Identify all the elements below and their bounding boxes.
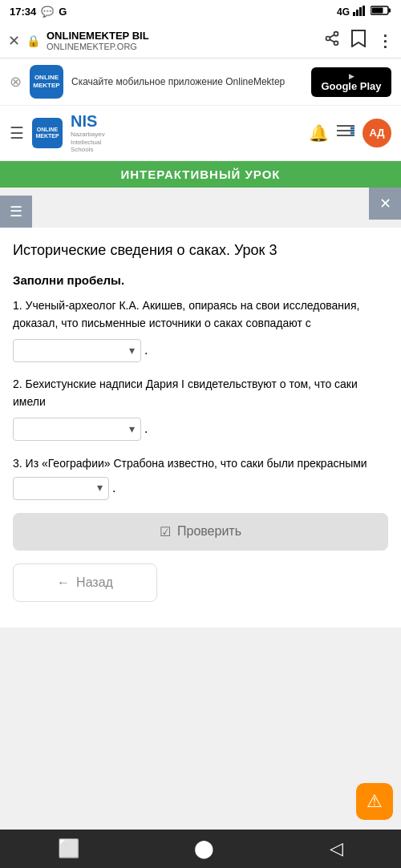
check-button[interactable]: ☑ Проверить	[13, 513, 388, 551]
app-banner-text: Скачайте мобильное приложение OnlineMekt…	[71, 75, 303, 89]
question-2-row: .	[13, 418, 388, 441]
question-2-text: 2. Бехистунские надписи Дария I свидетел…	[13, 375, 388, 411]
site-title: ONLINEMEKTEP BIL	[47, 30, 318, 42]
nav-home-circle-icon[interactable]: ⬤	[194, 838, 214, 859]
svg-rect-1	[356, 10, 358, 16]
question-2-dropdown-wrapper[interactable]	[13, 418, 141, 441]
svg-point-7	[334, 32, 338, 36]
svg-line-11	[330, 34, 334, 37]
status-bar: 17:34 💬 G 4G	[0, 0, 401, 23]
google-play-button[interactable]: ▶ Google Play	[311, 67, 391, 97]
google-play-name: Google Play	[321, 80, 381, 92]
google-play-label: ▶	[349, 72, 354, 80]
hamburger-menu-icon[interactable]: ☰	[10, 123, 24, 143]
nis-subtitle: Nazarbayev Intellectual Schools	[71, 131, 105, 154]
svg-rect-6	[372, 8, 383, 14]
nav-square-icon[interactable]: ⬜	[58, 838, 79, 859]
nav-back-triangle-icon[interactable]: ◁	[330, 838, 343, 859]
svg-rect-0	[353, 12, 355, 16]
notification-bell-icon[interactable]: 🔔	[309, 123, 329, 143]
section-title: Заполни пробелы.	[13, 273, 388, 287]
question-3-text: 3. Из «Географии» Страбона известно, что…	[13, 454, 367, 474]
lesson-banner-text: ИНТЕРАКТИВНЫЙ УРОК	[120, 168, 280, 181]
url-area[interactable]: ONLINEMEKTEP BIL ONLINEMEKTEP.ORG	[47, 30, 318, 51]
site-url: ONLINEMEKTEP.ORG	[47, 42, 318, 51]
nav-logo: ONLINE MEKTEP	[32, 118, 63, 148]
back-button[interactable]: ← Назад	[13, 563, 157, 602]
user-avatar[interactable]: АД	[363, 119, 391, 147]
bookmark-icon[interactable]	[351, 30, 366, 51]
status-carrier: G	[59, 6, 67, 18]
list-icon[interactable]	[337, 123, 354, 142]
svg-rect-5	[389, 9, 391, 13]
content-close-button[interactable]: ✕	[369, 188, 401, 220]
share-icon[interactable]	[324, 30, 340, 50]
svg-rect-2	[359, 7, 362, 16]
question-3-period: .	[112, 477, 115, 500]
question-3-dropdown-wrapper[interactable]	[13, 477, 109, 500]
question-3-dropdown[interactable]	[13, 477, 109, 500]
status-network: 4G	[337, 6, 350, 18]
nis-title: NIS	[71, 112, 97, 131]
sidebar-toggle-button[interactable]: ☰	[0, 196, 32, 228]
nav-bar: ☰ ONLINE MEKTEP NIS Nazarbayev Intellect…	[0, 106, 401, 161]
check-icon: ☑	[160, 524, 171, 539]
lesson-title: Исторические сведения о саках. Урок 3	[13, 240, 388, 260]
question-1-period: .	[144, 343, 148, 357]
browser-actions: ⋮	[324, 30, 393, 51]
content-area: Исторические сведения о саках. Урок 3 За…	[0, 228, 401, 628]
back-arrow-icon: ←	[57, 575, 70, 590]
signal-icon	[353, 5, 367, 18]
status-time: 17:34	[10, 6, 36, 18]
svg-rect-3	[363, 6, 365, 16]
svg-point-8	[326, 37, 330, 41]
back-button-label: Назад	[76, 575, 113, 590]
close-tab-icon[interactable]: ✕	[8, 32, 20, 50]
question-3-row: 3. Из «Географии» Страбона известно, что…	[13, 454, 388, 500]
banner-close-button[interactable]: ⊗	[10, 73, 22, 91]
svg-line-10	[330, 39, 334, 42]
warning-fab-button[interactable]: ⚠	[356, 783, 393, 820]
lesson-banner: ИНТЕРАКТИВНЫЙ УРОК	[0, 161, 401, 188]
more-options-icon[interactable]: ⋮	[377, 31, 393, 50]
warning-icon: ⚠	[367, 791, 383, 812]
lock-icon: 🔒	[26, 34, 40, 47]
question-1-row: .	[13, 339, 388, 362]
question-2-period: .	[144, 422, 148, 436]
app-banner: ⊗ ONLINE MEKTEP Скачайте мобильное прило…	[0, 59, 401, 106]
battery-icon	[371, 5, 391, 18]
main-content: ☰ ✕ Исторические сведения о саках. Урок …	[0, 188, 401, 628]
app-logo-icon: ONLINE MEKTEP	[30, 65, 63, 99]
bottom-nav: ⬜ ⬤ ◁	[0, 830, 401, 868]
question-1-dropdown-wrapper[interactable]	[13, 339, 141, 362]
nis-area: NIS Nazarbayev Intellectual Schools	[71, 112, 105, 154]
svg-point-9	[334, 41, 338, 45]
status-whatsapp-icon: 💬	[41, 6, 54, 18]
question-1-dropdown[interactable]	[13, 339, 141, 362]
question-1-text: 1. Ученый-археолог К.А. Акишев, опираясь…	[13, 297, 388, 333]
question-2-dropdown[interactable]	[13, 418, 141, 441]
check-button-label: Проверить	[177, 524, 241, 539]
browser-bar: ✕ 🔒 ONLINEMEKTEP BIL ONLINEMEKTEP.ORG ⋮	[0, 23, 401, 59]
